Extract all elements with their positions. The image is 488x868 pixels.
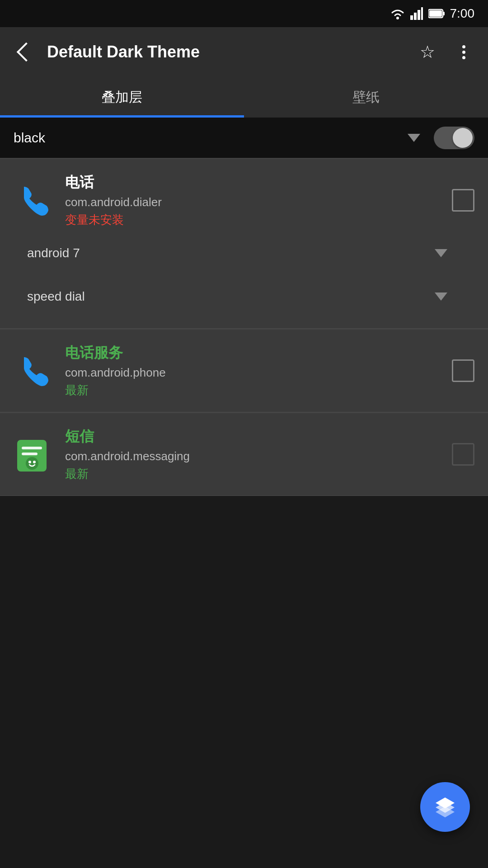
phone-service-app-name: 电话服务 bbox=[65, 343, 441, 363]
toggle-knob bbox=[453, 128, 473, 148]
messaging-app-name: 短信 bbox=[65, 427, 441, 447]
status-icons: 7:00 bbox=[390, 6, 475, 21]
status-bar: 7:00 bbox=[0, 0, 488, 27]
dialer-app-icon bbox=[14, 180, 54, 221]
app-item-header-dialer: 电话 com.android.dialer 变量未安装 bbox=[14, 173, 474, 228]
app-item-phone: 电话服务 com.android.phone 最新 bbox=[0, 330, 488, 412]
dialer-feature-dropdown[interactable]: speed dial bbox=[14, 278, 474, 315]
phone-service-app-info: 电话服务 com.android.phone 最新 bbox=[65, 343, 441, 398]
more-icon bbox=[462, 45, 465, 59]
svg-point-13 bbox=[33, 461, 36, 463]
phone-service-app-status: 最新 bbox=[65, 382, 441, 398]
app-bar: Default Dark Theme ☆ bbox=[0, 27, 488, 77]
dialer-app-info: 电话 com.android.dialer 变量未安装 bbox=[65, 173, 441, 228]
phone-service-app-icon bbox=[14, 350, 54, 391]
messaging-app-icon bbox=[15, 435, 53, 474]
fab-button[interactable] bbox=[420, 782, 470, 832]
svg-point-11 bbox=[26, 457, 38, 470]
layers-icon bbox=[434, 796, 456, 818]
phone-icon-service bbox=[18, 354, 50, 387]
messaging-app-info: 短信 com.android.messaging 最新 bbox=[65, 427, 441, 482]
messaging-app-status: 最新 bbox=[65, 466, 441, 482]
back-button[interactable] bbox=[11, 38, 38, 66]
tab-wallpaper[interactable]: 壁纸 bbox=[244, 77, 488, 118]
back-arrow-icon bbox=[17, 42, 36, 61]
phone-service-app-package: com.android.phone bbox=[65, 366, 441, 380]
svg-rect-4 bbox=[421, 7, 423, 20]
app-item-dialer: 电话 com.android.dialer 变量未安装 android 7 sp… bbox=[0, 159, 488, 329]
messaging-checkbox[interactable] bbox=[452, 443, 474, 466]
dialer-checkbox[interactable] bbox=[452, 189, 474, 212]
time-display: 7:00 bbox=[450, 6, 475, 21]
tab-overlay[interactable]: 叠加层 bbox=[0, 77, 244, 118]
wifi-icon bbox=[390, 7, 405, 20]
app-item-messaging: 短信 com.android.messaging 最新 bbox=[0, 413, 488, 496]
dialer-version-label: android 7 bbox=[27, 246, 435, 260]
svg-rect-2 bbox=[414, 13, 417, 20]
svg-rect-3 bbox=[418, 10, 420, 20]
svg-rect-9 bbox=[22, 447, 42, 449]
color-dropdown-arrow[interactable] bbox=[408, 134, 420, 142]
color-value: black bbox=[14, 130, 408, 146]
more-options-button[interactable] bbox=[450, 38, 477, 66]
svg-rect-1 bbox=[410, 15, 413, 20]
dialer-app-status: 变量未安装 bbox=[65, 212, 441, 228]
svg-point-0 bbox=[396, 17, 399, 19]
favorite-button[interactable]: ☆ bbox=[414, 38, 441, 66]
battery-icon bbox=[428, 8, 445, 19]
dialer-feature-arrow bbox=[435, 292, 447, 301]
svg-rect-7 bbox=[429, 10, 442, 17]
signal-icon bbox=[410, 7, 423, 20]
color-selector-row: black bbox=[0, 118, 488, 158]
theme-toggle[interactable] bbox=[434, 127, 474, 149]
tabs-bar: 叠加层 壁纸 bbox=[0, 77, 488, 118]
svg-rect-6 bbox=[443, 12, 445, 15]
page-title: Default Dark Theme bbox=[47, 42, 405, 61]
dialer-app-package: com.android.dialer bbox=[65, 195, 441, 209]
dialer-feature-label: speed dial bbox=[27, 289, 435, 304]
svg-point-12 bbox=[28, 461, 31, 463]
phone-service-checkbox[interactable] bbox=[452, 359, 474, 382]
dialer-app-name: 电话 bbox=[65, 173, 441, 193]
dialer-version-arrow bbox=[435, 249, 447, 257]
svg-rect-10 bbox=[22, 453, 38, 455]
messaging-app-package: com.android.messaging bbox=[65, 449, 441, 463]
app-item-header-messaging: 短信 com.android.messaging 最新 bbox=[14, 427, 474, 482]
app-item-header-phone: 电话服务 com.android.phone 最新 bbox=[14, 343, 474, 398]
star-icon: ☆ bbox=[420, 43, 435, 61]
messaging-app-icon-wrap bbox=[14, 434, 54, 475]
phone-icon-dialer bbox=[18, 184, 50, 217]
dialer-version-dropdown[interactable]: android 7 bbox=[14, 235, 474, 271]
